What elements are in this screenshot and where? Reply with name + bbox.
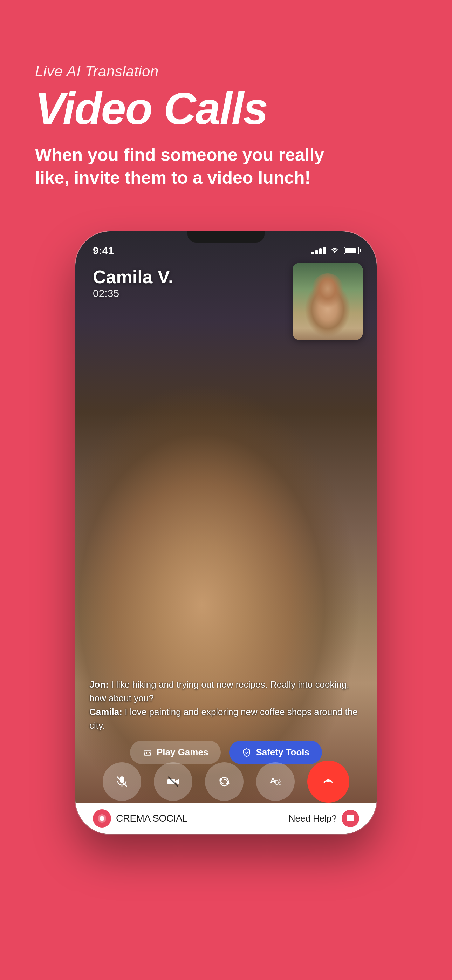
chat-bubble-icon[interactable] [342,810,359,827]
signal-bar-2 [315,250,318,255]
page-footer [0,910,452,980]
game-icon [143,748,153,757]
self-view-thumbnail [293,263,363,340]
call-duration: 02:35 [93,287,173,299]
shield-icon [242,748,251,757]
description: When you find someone you really like, i… [35,144,350,189]
flip-camera-button[interactable] [205,762,244,801]
transcript-text-jon: I like hiking and trying out new recipes… [89,679,349,703]
help-section: Need Help? [289,810,359,827]
transcript-text-camila: I love painting and exploring new coffee… [89,706,358,731]
signal-bar-1 [312,252,314,255]
caller-name: Camila V. [93,266,173,287]
play-games-label: Play Games [157,747,208,758]
chat-icon [345,813,355,823]
transcript-line2: Camila: I love painting and exploring ne… [89,705,363,733]
status-time: 9:41 [93,245,114,256]
mute-icon [115,775,129,789]
status-icons [312,246,359,256]
page-container: Live AI Translation Video Calls When you… [0,0,452,980]
transcript-speaker-camila: Camila: [89,706,122,717]
brand-main: CREMA [116,813,150,824]
brand-circle [93,809,111,827]
brand-name: CREMA SOCIAL [116,813,188,824]
end-call-button[interactable] [307,760,349,803]
transcript-line1: Jon: I like hiking and trying out new re… [89,678,363,705]
end-call-icon [321,774,336,789]
translate-icon: A 文 [268,775,282,789]
camera-off-icon [166,775,180,789]
header-section: Live AI Translation Video Calls When you… [0,0,452,210]
brand-logo: CREMA SOCIAL [93,809,188,827]
notch-pill [188,231,264,243]
signal-bar-3 [319,248,321,255]
svg-point-12 [100,816,104,821]
signal-bar-4 [323,247,326,255]
camera-off-button[interactable] [154,762,193,801]
translate-button[interactable]: A 文 [256,762,295,801]
phone-frame: 9:41 [75,231,377,834]
phone-screen: 9:41 [75,231,377,834]
caller-info: Camila V. 02:35 [93,266,173,299]
svg-point-3 [148,752,150,753]
svg-point-4 [150,753,151,754]
main-title: Video Calls [35,86,417,131]
bottom-controls: A 文 [75,760,377,803]
transcript-speaker-jon: Jon: [89,679,108,690]
signal-bars-icon [312,247,326,255]
mute-button[interactable] [103,762,141,801]
bottom-bar: CREMA SOCIAL Need Help? [75,803,377,834]
transcript-overlay: Jon: I like hiking and trying out new re… [89,678,363,733]
battery-icon [344,247,359,255]
svg-point-0 [334,252,335,253]
battery-fill [345,248,356,253]
svg-text:文: 文 [275,779,282,786]
phone-wrapper: 9:41 [0,210,452,910]
help-text: Need Help? [289,813,337,824]
flip-camera-icon [217,775,231,789]
brand-icon [96,813,108,824]
notch-area: 9:41 [75,231,377,263]
wifi-icon [330,246,339,256]
brand-suffix: SOCIAL [150,813,188,824]
safety-tools-label: Safety Tools [256,747,309,758]
subtitle-tag: Live AI Translation [35,63,417,80]
